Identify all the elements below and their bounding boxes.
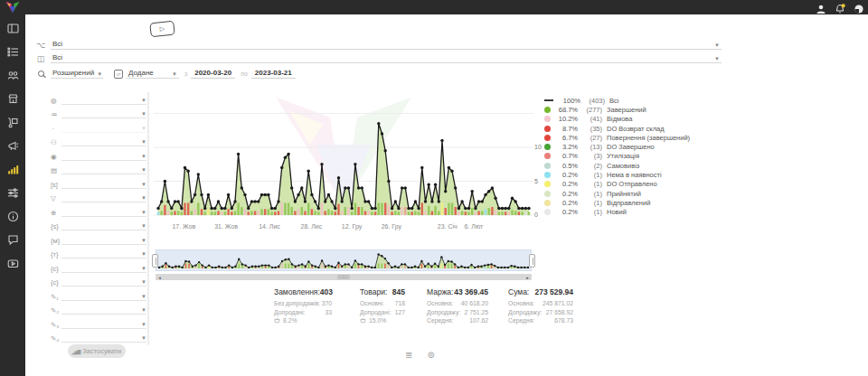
- legend-percent: 6.7%: [554, 134, 578, 142]
- filter-row-select[interactable]: ▼: [61, 195, 146, 202]
- legend-item[interactable]: 0.2% (1) Новий: [544, 208, 690, 217]
- legend-percent: 0.2%: [554, 171, 578, 179]
- sidebar-item-clients[interactable]: [6, 69, 20, 82]
- sidebar-item-settings[interactable]: [6, 186, 20, 200]
- legend-swatch: [544, 144, 551, 150]
- legend-item[interactable]: 0.7% (3) Утилізація: [544, 152, 690, 161]
- filter-row[interactable]: {с} ▼: [51, 273, 146, 287]
- filter-row-icon: ⚇: [51, 138, 61, 146]
- filter-row[interactable]: [s] ▼: [51, 174, 146, 189]
- filter-row-select[interactable]: ▼: [61, 154, 146, 161]
- filter-row-select[interactable]: ▼: [61, 98, 146, 105]
- notification-bell-icon[interactable]: [835, 2, 845, 13]
- list-view-icon[interactable]: ≣: [405, 350, 412, 360]
- sidebar-item-purchases[interactable]: [6, 116, 20, 129]
- filter-row-select[interactable]: ▼: [61, 307, 146, 315]
- products-view-icon[interactable]: ⊚: [427, 350, 434, 360]
- filter-row-icon: {с}: [51, 278, 61, 287]
- legend-item[interactable]: 0.2% (1) Прийнятий: [544, 189, 690, 198]
- legend-item[interactable]: 0.5% (2) Самовивіз: [544, 161, 690, 170]
- search-mode-select[interactable]: Розширений ▼: [51, 69, 103, 79]
- legend-item[interactable]: 0.2% (1) Відправлений: [544, 198, 690, 207]
- legend-item[interactable]: 10.2% (41) Відмова: [544, 115, 690, 124]
- product-select[interactable]: Всі ▼: [51, 53, 722, 63]
- sidebar-item-info[interactable]: [6, 210, 20, 223]
- filter-row-select[interactable]: ▼: [61, 335, 146, 343]
- chevron-down-icon: ▼: [141, 335, 146, 341]
- video-tag-icon[interactable]: ▷: [149, 21, 175, 38]
- horizontal-scrollbar[interactable]: ◂ ▸ ∷: [156, 274, 532, 280]
- navigator-left-handle[interactable]: [152, 254, 158, 268]
- filter-panel-scrollbar[interactable]: [147, 92, 149, 345]
- date-field-select[interactable]: Додане ▼: [127, 69, 179, 79]
- legend-label: Новий: [607, 208, 627, 216]
- sidebar-item-store[interactable]: [6, 92, 20, 106]
- filter-row[interactable]: ◉ ▼: [51, 146, 146, 161]
- filter-row-select[interactable]: ▼: [61, 238, 146, 245]
- navigator-right-handle[interactable]: [529, 254, 535, 268]
- legend-percent: 10.2%: [554, 115, 578, 123]
- sidebar-item-videos[interactable]: [6, 257, 20, 270]
- user-icon[interactable]: [816, 2, 826, 13]
- filter-row[interactable]: ⊕ ▼: [51, 202, 146, 217]
- stat-orders: Замовлення:403 Без допродажів:370Допрода…: [274, 287, 332, 325]
- scroll-grip[interactable]: ∷: [337, 275, 350, 279]
- filter-row-select[interactable]: ▼: [61, 210, 146, 217]
- scroll-left-arrow[interactable]: ◂: [156, 274, 164, 280]
- filter-row[interactable]: ▽ ▼: [51, 189, 146, 203]
- filter-row[interactable]: ✎₃ ▼: [51, 315, 146, 329]
- legend-swatch: [544, 163, 551, 169]
- filter-row-select[interactable]: ▼: [61, 126, 146, 133]
- date-to-input[interactable]: 2023-03-21: [251, 69, 296, 79]
- orders-chart[interactable]: [154, 87, 533, 221]
- legend-percent: 68.7%: [554, 106, 578, 114]
- filter-row[interactable]: {т} ▼: [51, 245, 146, 259]
- filter-row[interactable]: ✎₄ ▼: [51, 329, 146, 343]
- filter-row[interactable]: {с} ▼: [51, 258, 146, 273]
- sidebar-item-orders[interactable]: [6, 45, 20, 59]
- filter-row-select[interactable]: ▼: [61, 251, 146, 258]
- chart-navigator[interactable]: [156, 249, 532, 271]
- stat-value: 845: [392, 287, 405, 296]
- filter-row-select[interactable]: ▼: [61, 279, 146, 287]
- legend-percent: 0.5%: [554, 162, 578, 170]
- legend-item[interactable]: 3.2% (13) DO Завершено: [544, 142, 690, 151]
- apply-button[interactable]: ▂▅▇ Застосувати: [68, 344, 126, 358]
- filter-row[interactable]: ⚇ ▼: [51, 133, 146, 147]
- chart-legend: 100% (403) Всі 68.7% (277) Завершений 10…: [544, 96, 690, 217]
- filter-row-select[interactable]: ▼: [61, 266, 146, 273]
- legend-percent: 0.2%: [554, 199, 578, 207]
- legend-item[interactable]: 68.7% (277) Завершений: [544, 105, 690, 114]
- filter-row[interactable]: ✎₁ ▼: [51, 287, 146, 301]
- theme-toggle-icon[interactable]: [854, 2, 864, 13]
- legend-item[interactable]: 100% (403) Всі: [544, 96, 690, 105]
- filter-row-select[interactable]: ▼: [61, 139, 146, 146]
- legend-percent: 0.2%: [554, 208, 578, 216]
- filter-row[interactable]: ≔ ▼: [51, 105, 146, 119]
- legend-item[interactable]: 0.2% (1) DO Отправлено: [544, 180, 690, 189]
- header-filters: ▷ ⌥ Всі ▼ ◫ Всі ▼ Розширений ▼ 17 Д: [25, 14, 868, 87]
- filter-row-select[interactable]: ▼: [61, 111, 146, 118]
- legend-item[interactable]: 0.2% (1) Нема в наявності: [544, 170, 690, 179]
- sidebar-item-marketing[interactable]: [6, 139, 20, 153]
- filter-row-select[interactable]: ▼: [61, 167, 146, 174]
- scroll-right-arrow[interactable]: ▸: [524, 274, 532, 280]
- sidebar-item-support[interactable]: [6, 233, 20, 247]
- filter-row-select[interactable]: ▼: [61, 322, 146, 329]
- date-from-input[interactable]: 2020-03-20: [191, 69, 235, 79]
- filter-row[interactable]: ✎₂ ▼: [51, 301, 146, 315]
- category-select[interactable]: Всі ▼: [51, 40, 722, 50]
- legend-item[interactable]: 6.7% (27) Повернення (завершений): [544, 133, 690, 142]
- legend-label: Утилізація: [607, 152, 639, 160]
- filter-row[interactable]: {м} ▼: [51, 230, 146, 245]
- stat-title: Замовлення:: [274, 287, 320, 296]
- sidebar-item-analytics[interactable]: [6, 163, 20, 176]
- filter-row[interactable]: ◍ ▼: [51, 90, 146, 105]
- filter-row-select[interactable]: ▼: [61, 294, 146, 301]
- filter-row[interactable]: ▤ ▼: [51, 161, 146, 175]
- app-logo[interactable]: [4, 1, 22, 14]
- sidebar-item-dashboard[interactable]: [6, 22, 20, 35]
- filter-row-select[interactable]: ▼: [61, 182, 146, 189]
- legend-item[interactable]: 8.7% (35) DO Возврат склад: [544, 124, 690, 133]
- filter-row[interactable]: ◔ ▼: [51, 118, 146, 133]
